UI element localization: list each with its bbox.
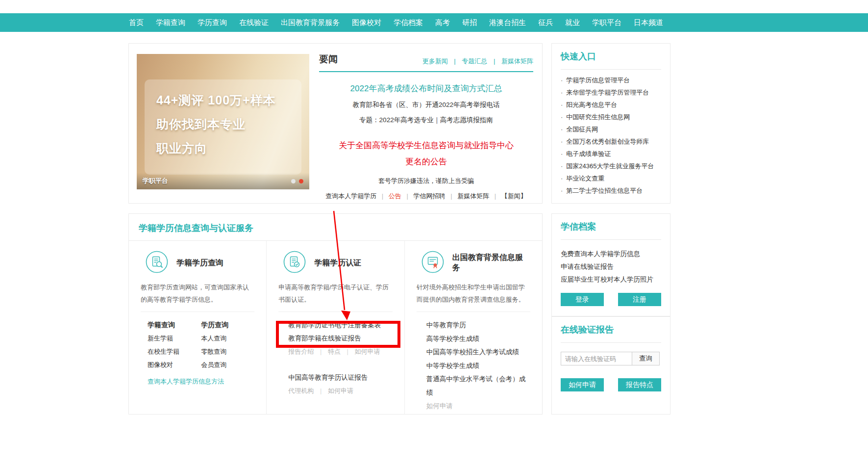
banner-line-1: 44+测评 100万+样本: [156, 88, 276, 112]
list-item: ·来华留学生学籍学历管理平台: [561, 86, 661, 99]
register-button[interactable]: 注册: [618, 293, 661, 306]
verification-code-input[interactable]: [561, 352, 632, 365]
separator: |: [382, 192, 383, 200]
separator: |: [347, 348, 348, 355]
nav-item-chsi-archive[interactable]: 学信档案: [394, 18, 423, 27]
report-intro-link[interactable]: 报告介绍: [288, 348, 314, 355]
nav-items: 首页 学籍查询 学历查询 在线验证 出国教育背景服务 图像校对 学信档案 高考 …: [129, 13, 868, 32]
carousel-dot-2-active[interactable]: [299, 179, 303, 183]
quick-link-yanggao-gaokao[interactable]: 阳光高考信息平台: [566, 101, 617, 108]
nav-item-employment[interactable]: 就业: [565, 18, 580, 27]
certification-sub-links: 代理机构 | 如何申请: [288, 384, 392, 397]
quick-link-etranscript-verification[interactable]: 电子成绩单验证: [566, 150, 611, 157]
nav-item-japan-channel[interactable]: 日本频道: [634, 18, 663, 27]
nav-item-overseas-education-service[interactable]: 出国教育背景服务: [281, 18, 340, 27]
agency-link[interactable]: 代理机构: [288, 387, 314, 394]
high-school-academic-test-score-link[interactable]: 普通高中学业水平考试（会考）成绩: [426, 372, 530, 399]
news-section: 要闻 更多新闻 | 专题汇总 | 新媒体矩阵 2022年高考成绩公布时间及查询方…: [309, 44, 542, 203]
certification-service-desc: 申请高等教育学籍/学历电子认证、学历书面认证。: [278, 281, 392, 306]
quick-entry-list: ·学籍学历信息管理平台 ·来华留学生学籍学历管理平台 ·阳光高考信息平台 ·中国…: [561, 74, 661, 197]
higher-education-certification-report-link[interactable]: 中国高等教育学历认证报告: [288, 371, 392, 384]
quick-link-thesis-check[interactable]: 毕业论文查重: [566, 175, 604, 182]
services-columns: 学籍学历查询 教育部学历查询网站，可查询国家承认的高等教育学籍学历信息。 学籍查…: [129, 241, 542, 414]
nav-item-online-verification[interactable]: 在线验证: [239, 18, 269, 27]
report-features-link[interactable]: 特点: [328, 348, 341, 355]
top-row: 44+测评 100万+样本 助你找到本专业 职业方向 学职平台 要闻 更多新: [128, 43, 670, 204]
quick-link-mentor-database[interactable]: 全国万名优秀创新创业导师库: [566, 138, 649, 145]
sporadic-query-link[interactable]: 零散查询: [201, 345, 254, 358]
freshman-status-link[interactable]: 新生学籍: [148, 332, 201, 345]
verify-query-button[interactable]: 查询: [632, 352, 660, 365]
news-headline-gaokao-scores[interactable]: 2022年高考成绩公布时间及查询方式汇总: [350, 84, 502, 93]
new-media-link[interactable]: 新媒体矩阵: [457, 192, 489, 200]
news-headline-rename-announcement[interactable]: 关于全国高等学校学生信息咨询与就业指导中心 更名的公告: [319, 137, 533, 170]
certification-links: 教育部学历证书电子注册备案表 教育部学籍在线验证报告 报告介绍 | 特点 | 如…: [278, 318, 392, 397]
news-line-report-phones[interactable]: 教育部和各省（区、市）开通2022年高考举报电话: [352, 101, 499, 108]
news-footer-links: 查询本人学籍学历 | 公告 | 学信网招聘 | 新媒体矩阵 | 【新闻】: [319, 192, 533, 201]
main-navbar: 首页 学籍查询 学历查询 在线验证 出国教育背景服务 图像校对 学信档案 高考 …: [0, 13, 868, 32]
nav-item-career-platform[interactable]: 学职平台: [592, 18, 621, 27]
report-how-to-apply-link[interactable]: 如何申请: [355, 348, 380, 355]
nav-item-image-check[interactable]: 图像校对: [352, 18, 381, 27]
bullet: ·: [561, 77, 563, 84]
archive-line-2: 申请在线验证报告: [561, 260, 661, 273]
announcements-link[interactable]: 公告: [389, 192, 401, 200]
quick-link-status-mgmt-platform[interactable]: 学籍学历信息管理平台: [566, 77, 630, 84]
higher-education-transcript-link[interactable]: 高等学校学生成绩: [426, 332, 530, 346]
image-check-link[interactable]: 图像校对: [148, 358, 201, 371]
secondary-school-transcript-link[interactable]: 中等学校学生成绩: [426, 359, 530, 373]
group-title-status-query: 学籍查询: [148, 318, 201, 332]
chsi-jobs-link[interactable]: 学信网招聘: [414, 192, 446, 200]
news-headline-red-line-1: 关于全国高等学校学生信息咨询与就业指导中心: [319, 137, 533, 154]
quick-link-conscription-site[interactable]: 全国征兵网: [566, 126, 598, 133]
query-own-record-link[interactable]: 查询本人学籍学历: [325, 192, 376, 200]
chsi-archive-panel: 学信档案 免费查询本人学籍学历信息 申请在线验证报告 应届毕业生可校对本人学历照…: [551, 213, 670, 316]
abroad-service-header: 出国教育背景信息服务: [417, 251, 530, 275]
carousel-dot-1[interactable]: [291, 179, 296, 183]
self-query-link[interactable]: 本人查询: [201, 332, 254, 345]
quick-link-second-bachelor-admission[interactable]: 第二学士学位招生信息平台: [566, 187, 643, 194]
abroad-service-title: 出国教育背景信息服务: [452, 253, 530, 273]
certificate-ribbon-icon: [422, 251, 444, 275]
query-service-header: 学籍学历查询: [141, 251, 254, 275]
student-status-online-verification-report-link[interactable]: 教育部学籍在线验证报告: [288, 332, 392, 345]
archive-description: 免费查询本人学籍学历信息 申请在线验证报告 应届毕业生可校对本人学历照片: [561, 248, 661, 286]
archive-buttons: 登录 注册: [561, 293, 661, 306]
news-tag-link[interactable]: 【新闻】: [501, 192, 527, 200]
nav-item-home[interactable]: 首页: [129, 18, 144, 27]
more-news-link[interactable]: 更多新闻: [422, 57, 448, 65]
abroad-service-desc: 针对境外高校招生和学生申请出国留学而提供的国内教育背景调查信息服务。: [417, 281, 530, 306]
login-button[interactable]: 登录: [561, 293, 604, 306]
abroad-how-to-apply-link[interactable]: 如何申请: [426, 399, 530, 413]
news-line-topic-guide[interactable]: 专题：2022年高考选专业｜高考志愿填报指南: [359, 116, 493, 124]
nav-item-hk-mo-tw-admission[interactable]: 港澳台招生: [489, 18, 526, 27]
new-media-matrix-link[interactable]: 新媒体矩阵: [501, 57, 533, 65]
quick-link-intl-student-platform[interactable]: 来华留学生学籍学历管理平台: [566, 89, 649, 96]
how-to-apply-button[interactable]: 如何申请: [561, 378, 604, 391]
how-to-query-own-record-link[interactable]: 查询本人学籍学历信息方法: [148, 377, 224, 386]
bullet: ·: [561, 162, 563, 170]
service-column-query: 学籍学历查询 教育部学历查询网站，可查询国家承认的高等教育学籍学历信息。 学籍查…: [129, 241, 266, 414]
certification-service-title: 学籍学历认证: [314, 258, 361, 268]
quick-link-24365-employment[interactable]: 国家24365大学生就业服务平台: [566, 162, 654, 170]
banner-carousel[interactable]: 44+测评 100万+样本 助你找到本专业 职业方向 学职平台: [137, 54, 309, 189]
services-panel: 学籍学历信息查询与认证服务: [128, 213, 543, 415]
nav-item-student-status-query[interactable]: 学籍查询: [156, 18, 185, 27]
news-fraud-notice[interactable]: 套号学历涉嫌违法，谨防上当受骗: [319, 177, 533, 185]
nav-item-graduate-admission[interactable]: 研招: [462, 18, 477, 27]
document-magnifier-icon: [146, 251, 168, 275]
list-item: ·中国研究生招生信息网: [561, 111, 661, 123]
certification-how-to-apply-link[interactable]: 如何申请: [328, 387, 353, 394]
college-entrance-exam-score-link[interactable]: 中国高等学校招生入学考试成绩: [426, 345, 530, 359]
member-query-link[interactable]: 会员查询: [201, 358, 254, 371]
nav-item-conscription[interactable]: 征兵: [538, 18, 553, 27]
report-features-button[interactable]: 报告特点: [618, 378, 661, 391]
quick-link-graduate-admission-site[interactable]: 中国研究生招生信息网: [566, 113, 630, 121]
nav-item-gaokao[interactable]: 高考: [435, 18, 450, 27]
nav-item-degree-query[interactable]: 学历查询: [198, 18, 227, 27]
archive-title: 学信档案: [561, 221, 661, 240]
topics-link[interactable]: 专题汇总: [462, 57, 487, 65]
secondary-education-record-link[interactable]: 中等教育学历: [426, 318, 530, 332]
degree-certificate-registration-link[interactable]: 教育部学历证书电子注册备案表: [288, 318, 392, 332]
enrolled-status-link[interactable]: 在校生学籍: [148, 345, 201, 358]
